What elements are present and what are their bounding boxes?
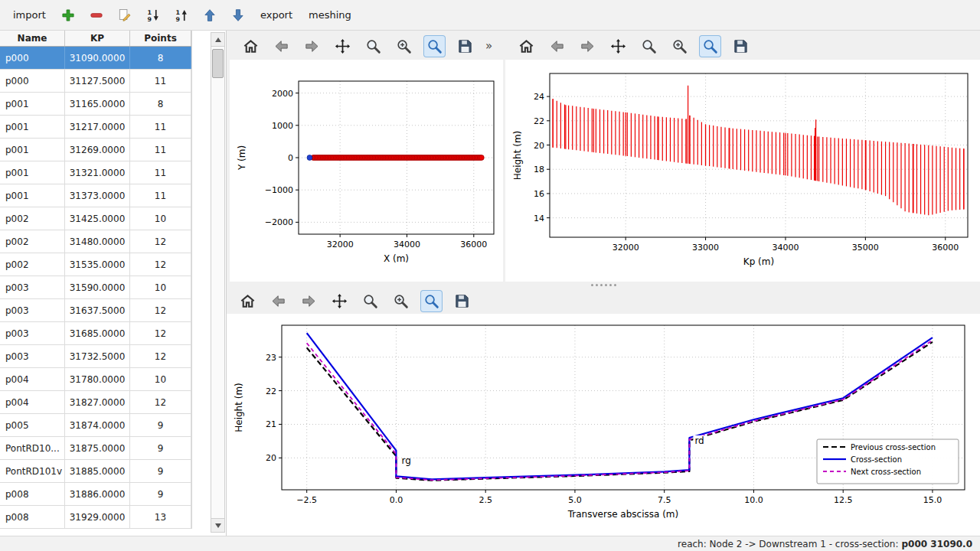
svg-text:16: 16 <box>534 189 544 199</box>
svg-text:12.5: 12.5 <box>834 495 853 505</box>
longitudinal-view-canvas[interactable]: 3200033000340003500036000141618202224Kp … <box>505 60 980 282</box>
table-cell: 31590.0000 <box>65 276 130 298</box>
table-row[interactable]: p00331590.000010 <box>0 276 191 299</box>
table-row[interactable]: p00131165.00008 <box>0 93 191 116</box>
column-header-points[interactable]: Points <box>130 31 191 46</box>
toolbar-overflow-button[interactable]: » <box>485 39 492 53</box>
table-cell: 31425.0000 <box>65 207 130 230</box>
zoom-area-button[interactable] <box>700 36 720 57</box>
forward-icon <box>579 37 596 55</box>
edit-button[interactable] <box>113 5 136 26</box>
table-cell: p001 <box>0 161 65 184</box>
forward-button[interactable] <box>577 36 598 57</box>
export-button[interactable]: export <box>255 5 298 26</box>
svg-text:23: 23 <box>266 353 276 363</box>
home-button[interactable] <box>237 291 258 311</box>
zoom-in-icon <box>395 37 413 55</box>
table-row[interactable]: p00531874.00009 <box>0 414 191 437</box>
add-button[interactable] <box>57 5 80 26</box>
scrollbar-thumb[interactable] <box>212 49 224 78</box>
table-row[interactable]: p00031090.00008 <box>0 47 191 70</box>
table-cell: 31780.0000 <box>65 368 130 390</box>
table-cell: 31732.5000 <box>65 345 130 367</box>
table-cell: 31685.0000 <box>65 322 130 344</box>
save-button[interactable] <box>455 36 475 57</box>
sort-ascending-button[interactable]: 19 <box>142 5 165 26</box>
zoom-in-button[interactable] <box>394 36 414 57</box>
svg-text:22: 22 <box>534 116 544 126</box>
table-row[interactable]: p00231480.000012 <box>0 230 191 253</box>
table-cell: p001 <box>0 116 65 138</box>
table-cell: 11 <box>130 161 191 184</box>
save-button[interactable] <box>452 291 472 311</box>
table-cell: 11 <box>130 184 191 207</box>
table-scrollbar[interactable] <box>211 32 225 533</box>
table-row[interactable]: p00131321.000011 <box>0 161 191 184</box>
up-arrow-icon <box>215 37 221 42</box>
svg-text:34000: 34000 <box>394 240 420 249</box>
column-header-kp[interactable]: KP <box>65 31 130 46</box>
table-row[interactable]: PontRD10...31875.00009 <box>0 437 191 460</box>
move-up-icon <box>202 8 217 23</box>
table-row[interactable]: p00831886.00009 <box>0 483 191 506</box>
pan-button[interactable] <box>608 36 629 57</box>
table-cell: 31165.0000 <box>65 93 130 115</box>
meshing-button[interactable]: meshing <box>303 5 357 26</box>
table-row[interactable]: p00131373.000011 <box>0 184 191 207</box>
move-down-button[interactable] <box>227 5 250 26</box>
plan-view-toolbar: » <box>230 32 503 60</box>
table-row[interactable]: p00431827.000012 <box>0 391 191 414</box>
table-cell: 31217.0000 <box>65 116 130 138</box>
back-button[interactable] <box>271 36 292 57</box>
zoom-in-button[interactable] <box>669 36 690 57</box>
longitudinal-view-figure: 3200033000340003500036000141618202224Kp … <box>505 32 980 282</box>
table-row[interactable]: p00231535.000012 <box>0 253 191 276</box>
zoom-in-button[interactable] <box>390 291 411 311</box>
table-row[interactable]: p00431780.000010 <box>0 368 191 391</box>
zoom-button[interactable] <box>363 36 384 57</box>
table-cell: 10 <box>130 276 191 298</box>
status-bar: reach: Node 2 -> Downstream 1 - cross-se… <box>0 536 980 551</box>
svg-text:1: 1 <box>147 8 152 15</box>
zoom-button[interactable] <box>639 36 659 57</box>
table-row[interactable]: p00331685.000012 <box>0 322 191 345</box>
scroll-down-button[interactable] <box>211 518 224 532</box>
pan-button[interactable] <box>329 291 350 311</box>
cross-section-canvas[interactable]: rgrd−2.50.02.55.07.510.012.515.020212223… <box>227 314 980 536</box>
splitter-handle[interactable] <box>227 282 980 288</box>
pan-button[interactable] <box>332 36 353 57</box>
back-button[interactable] <box>547 36 567 57</box>
forward-button[interactable] <box>299 291 319 311</box>
svg-text:35000: 35000 <box>852 243 879 253</box>
table-row[interactable]: p00331637.500012 <box>0 299 191 322</box>
import-button[interactable]: import <box>8 5 51 26</box>
table-row[interactable]: p00031127.500011 <box>0 70 191 93</box>
svg-text:14: 14 <box>534 214 544 223</box>
remove-button[interactable] <box>85 5 108 26</box>
zoom-area-button[interactable] <box>424 36 445 57</box>
table-row[interactable]: p00131217.000011 <box>0 116 191 139</box>
forward-button[interactable] <box>302 36 322 57</box>
home-button[interactable] <box>516 36 537 57</box>
column-header-name[interactable]: Name <box>0 31 65 46</box>
table-row[interactable]: p00231425.000010 <box>0 207 191 230</box>
sort-descending-button[interactable]: 19 <box>170 5 193 26</box>
table-row[interactable]: p00331732.500012 <box>0 345 191 368</box>
scroll-up-button[interactable] <box>211 33 224 47</box>
svg-text:5.0: 5.0 <box>568 495 582 505</box>
zoom-button[interactable] <box>360 291 381 311</box>
plan-view-canvas[interactable]: 320003400036000−2000−1000010002000X (m)Y… <box>230 60 503 282</box>
move-up-button[interactable] <box>198 5 221 26</box>
table-row[interactable]: PontRD101v31885.00009 <box>0 460 191 483</box>
save-button[interactable] <box>730 36 751 57</box>
table-cell: 31637.5000 <box>65 299 130 321</box>
table-row[interactable]: p00131269.000011 <box>0 139 191 161</box>
zoom-area-button[interactable] <box>421 291 442 311</box>
home-button[interactable] <box>240 36 261 57</box>
svg-text:rd: rd <box>694 435 704 446</box>
svg-text:X (m): X (m) <box>384 253 409 264</box>
back-button[interactable] <box>268 291 289 311</box>
table-cell: p003 <box>0 276 65 298</box>
move-down-icon <box>230 8 246 23</box>
table-row[interactable]: p00831929.000013 <box>0 506 191 529</box>
